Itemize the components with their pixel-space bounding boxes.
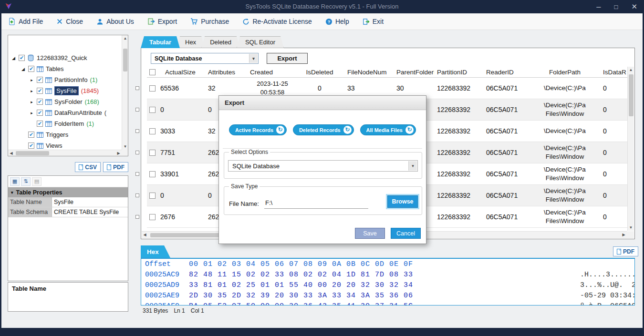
tab-sql-editor[interactable]: SQL Editor [237,36,284,48]
scroll-down-icon[interactable]: ▼ [122,143,128,150]
categorized-view-icon[interactable]: ▦ [10,177,20,186]
tree-node-sysfolder[interactable]: ▸ SysFolder (168) [8,96,128,107]
expander-icon[interactable]: ▸ [29,89,34,93]
close-button[interactable]: ✕ [631,2,637,11]
column-header[interactable]: IsDeleted [295,67,344,77]
row-checkbox[interactable] [149,193,156,199]
tree-node-partitioninfo[interactable]: ▸ PartitionInfo (1) [8,74,128,85]
column-header[interactable]: Created [247,67,295,77]
property-row[interactable]: Table Schema CREATE TABLE SysFile [8,207,128,217]
tree-checkbox[interactable] [28,66,34,72]
export-csv-button[interactable]: CSV [75,162,101,172]
tree-vertical-scrollbar[interactable]: ▲ ▼ [122,35,128,150]
row-checkbox[interactable] [149,214,156,220]
active-records-button[interactable]: Active Records ↻ [229,124,287,135]
scrollbar-thumb[interactable] [123,49,127,71]
tree-horizontal-scrollbar[interactable]: ◀ ▶ [8,150,122,156]
collapse-icon[interactable]: ▾ [11,190,13,195]
chevron-down-icon[interactable]: ▾ [408,161,417,171]
tree-checkbox[interactable] [37,77,43,83]
row-checkbox[interactable] [149,107,156,113]
toolbar-item-export[interactable]: Export [147,18,177,25]
tree-node-tables[interactable]: ◢ Tables [8,63,128,74]
row-checkbox[interactable] [149,171,156,177]
browse-button[interactable]: Browse [387,195,418,208]
scroll-left-icon[interactable]: ◀ [8,150,14,156]
file-name-input[interactable]: F:\ [264,199,368,209]
hex-pdf-button[interactable]: PDF [613,246,638,256]
row-checkbox[interactable] [149,85,156,92]
tab-deleted[interactable]: Deleted [201,36,240,48]
tree-checkbox[interactable] [28,132,34,138]
toolbar-item-reactivate-license[interactable]: Re-Activate License [242,18,312,25]
export-button[interactable]: Export [267,53,308,64]
scroll-right-icon[interactable]: ▶ [115,150,122,156]
toolbar-item-add-file[interactable]: Add File [8,18,43,25]
chevron-down-icon[interactable]: ▾ [249,54,258,63]
select-all-checkbox[interactable] [149,69,156,75]
tab-tabular[interactable]: Tabular [141,36,180,48]
property-category-header[interactable]: ▾ Table Properties [8,187,128,197]
column-header[interactable]: ActualSize [157,67,205,77]
cancel-button[interactable]: Cancel [391,228,421,239]
deleted-records-button[interactable]: Deleted Records ↻ [293,124,354,135]
tree-checkbox[interactable] [37,99,43,105]
alphabetical-sort-icon[interactable]: ⇅ [21,177,31,186]
scroll-left-icon[interactable]: ◀ [142,232,148,238]
minimize-button[interactable]: ─ [596,3,601,10]
row-checkbox[interactable] [149,150,156,156]
tree-checkbox[interactable] [37,121,43,127]
export-pdf-button[interactable]: PDF [103,162,128,172]
column-header[interactable]: Attributes [205,67,247,77]
scrollbar-thumb[interactable] [16,151,49,155]
column-header[interactable]: FolderPath [530,67,600,77]
tree-checkbox[interactable] [28,143,34,149]
tree-node-root[interactable]: ◢ 122683392_Quick [8,52,128,63]
grid-cell: \Device(C:)\Pa Files\Window [530,142,600,163]
toolbar-item-about-us[interactable]: About Us [96,18,134,25]
tab-hex[interactable]: Hex [177,36,205,48]
hex-row: 00025AD9 33 81 01 02 25 01 01 55 40 00 2… [141,280,634,290]
hex-panel-tab[interactable]: Hex [141,245,170,258]
maximize-button[interactable]: □ [614,3,618,10]
tree-checkbox[interactable] [19,55,25,61]
tree-node-sysfile[interactable]: ▸ SysFile (1845) [8,85,128,96]
toolbar-item-exit[interactable]: Exit [363,18,384,25]
tree-node-datarunattribute[interactable]: ▸ DataRunAttribute ( [8,107,128,118]
grid-cell: 0 [600,206,626,227]
expander-icon[interactable]: ▸ [29,78,34,82]
column-header[interactable]: IsDataReside [600,67,626,77]
row-checkbox[interactable] [149,128,156,134]
scroll-up-icon[interactable]: ▲ [122,35,128,41]
property-row[interactable]: Table Name SysFile [8,197,128,207]
scroll-down-icon[interactable]: ▼ [628,224,634,231]
scroll-right-icon[interactable]: ▶ [621,232,627,238]
app-window: SysTools SQLite Database Recovery v5.1 -… [0,0,644,336]
group-label: Select Options [229,149,270,155]
column-header[interactable]: ReaderID [483,67,530,77]
scrollbar-thumb[interactable] [629,74,634,116]
toolbar-item-close[interactable]: Close [56,18,83,25]
column-header[interactable]: FileNodeNum [344,67,394,77]
scrollbar-thumb[interactable] [150,233,222,237]
grid-vertical-scrollbar[interactable]: ▲ ▼ [627,67,634,231]
all-media-files-button[interactable]: All Media Files ↻ [360,124,416,135]
export-format-dropdown[interactable]: SQLite Database ▾ [228,160,418,172]
table-icon [37,66,43,72]
tree-checkbox[interactable] [37,110,43,116]
toolbar-item-purchase[interactable]: Purchase [190,18,229,25]
grid-cell: 0 [157,99,205,120]
tree-node-folderitem[interactable]: FolderItem (1) [8,118,128,129]
expander-icon[interactable]: ◢ [21,67,26,71]
save-button[interactable]: Save [355,228,385,239]
scroll-up-icon[interactable]: ▲ [628,67,634,73]
export-format-select[interactable]: SQLite Database ▾ [151,53,259,64]
toolbar-item-help[interactable]: ? Help [325,18,349,25]
column-header[interactable]: ParentFolderN [394,67,434,77]
expander-icon[interactable]: ▸ [29,111,34,115]
expander-icon[interactable]: ◢ [11,56,16,61]
tree-node-triggers[interactable]: Triggers [8,129,128,140]
column-header[interactable]: PartitionID [434,67,483,77]
expander-icon[interactable]: ▸ [29,100,34,104]
tree-checkbox[interactable] [37,88,43,94]
